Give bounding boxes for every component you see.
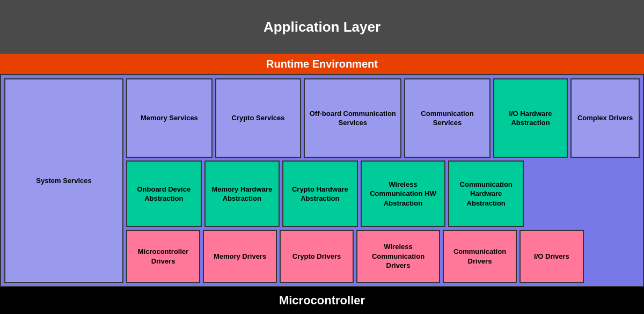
- io-drivers-label: I/O Drivers: [534, 252, 569, 261]
- comm-services-cell: Communication Services: [404, 78, 491, 158]
- row-services: Memory Services Crypto Services Off-boar…: [126, 78, 640, 158]
- system-services-label: System Services: [36, 176, 91, 186]
- microcontroller-label: Microcontroller: [279, 294, 365, 308]
- memory-drivers-label: Memory Drivers: [214, 252, 266, 261]
- memory-services-cell: Memory Services: [126, 78, 213, 158]
- offboard-comm-label: Off-board Communication Services: [307, 109, 398, 128]
- crypto-hw-abstraction-cell: Crypto Hardware Abstraction: [282, 160, 358, 227]
- complex-drivers-label: Complex Drivers: [577, 113, 633, 123]
- runtime-bar: Runtime Environment: [0, 54, 644, 74]
- comm-drivers-label: Communication Drivers: [446, 247, 514, 266]
- io-drivers-cell: I/O Drivers: [519, 230, 584, 283]
- memory-hw-abstraction-cell: Memory Hardware Abstraction: [204, 160, 280, 227]
- onboard-device-label: Onboard Device Abstraction: [129, 185, 199, 203]
- comm-hw-abstraction-cell: Communication Hardware Abstraction: [448, 160, 524, 227]
- crypto-hw-abstraction-label: Crypto Hardware Abstraction: [286, 185, 355, 203]
- comm-drivers-cell: Communication Drivers: [443, 230, 517, 283]
- microcontroller-drivers-label: Microcontroller Drivers: [129, 247, 197, 266]
- application-layer: Application Layer: [0, 0, 644, 54]
- io-hw-abstraction-cell: I/O Hardware Abstraction: [493, 78, 568, 158]
- io-hw-abstraction-label: I/O Hardware Abstraction: [496, 109, 565, 128]
- main-grid: System Services Memory Services Crypto S…: [0, 74, 644, 287]
- wireless-comm-hw-cell: Wireless Communication HW Abstraction: [361, 160, 446, 227]
- memory-hw-abstraction-label: Memory Hardware Abstraction: [208, 185, 277, 203]
- row-drivers: Microcontroller Drivers Memory Drivers C…: [126, 230, 640, 283]
- application-layer-label: Application Layer: [264, 19, 380, 35]
- offboard-comm-cell: Off-board Communication Services: [304, 78, 401, 158]
- onboard-device-cell: Onboard Device Abstraction: [126, 160, 202, 227]
- complex-drivers-cell: Complex Drivers: [570, 78, 640, 158]
- spacer-row2: [526, 160, 640, 227]
- wireless-comm-drivers-cell: Wireless Communication Drivers: [356, 230, 440, 283]
- spacer-row3: [587, 230, 640, 283]
- runtime-bar-label: Runtime Environment: [266, 58, 378, 70]
- microcontroller-bar: Microcontroller: [0, 287, 644, 314]
- microcontroller-drivers-cell: Microcontroller Drivers: [126, 230, 200, 283]
- wireless-comm-drivers-label: Wireless Communication Drivers: [360, 242, 437, 271]
- app-wrapper: Application Layer Runtime Environment Sy…: [0, 0, 644, 314]
- system-services-cell: System Services: [4, 78, 123, 283]
- cols-right: Memory Services Crypto Services Off-boar…: [126, 78, 640, 283]
- row-hw-abstraction: Onboard Device Abstraction Memory Hardwa…: [126, 160, 640, 227]
- memory-services-label: Memory Services: [141, 113, 198, 123]
- memory-drivers-cell: Memory Drivers: [203, 230, 277, 283]
- crypto-services-label: Crypto Services: [232, 113, 285, 123]
- crypto-drivers-cell: Crypto Drivers: [280, 230, 354, 283]
- crypto-drivers-label: Crypto Drivers: [292, 252, 341, 261]
- crypto-services-cell: Crypto Services: [215, 78, 302, 158]
- comm-hw-abstraction-label: Communication Hardware Abstraction: [451, 180, 521, 208]
- comm-services-label: Communication Services: [407, 109, 487, 128]
- wireless-comm-hw-label: Wireless Communication HW Abstraction: [364, 180, 443, 208]
